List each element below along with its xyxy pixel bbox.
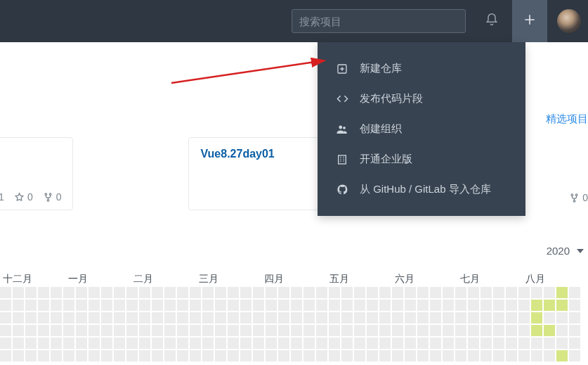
contribution-cell[interactable] <box>417 300 429 311</box>
contribution-cell[interactable] <box>25 350 37 361</box>
contribution-cell[interactable] <box>253 300 264 311</box>
contribution-cell[interactable] <box>518 350 530 361</box>
contribution-cell[interactable] <box>240 325 251 336</box>
contribution-cell[interactable] <box>379 350 391 361</box>
contribution-cell[interactable] <box>493 350 504 361</box>
contribution-cell[interactable] <box>89 287 100 298</box>
contribution-cell[interactable] <box>481 350 492 361</box>
dropdown-import-github[interactable]: 从 GitHub / GitLab 导入仓库 <box>318 174 525 205</box>
contribution-cell[interactable] <box>228 338 239 349</box>
contribution-cell[interactable] <box>63 325 74 336</box>
contribution-cell[interactable] <box>177 300 188 311</box>
contribution-cell[interactable] <box>190 350 201 361</box>
contribution-cell[interactable] <box>430 338 441 349</box>
contribution-cell[interactable] <box>506 300 517 311</box>
contribution-cell[interactable] <box>139 300 150 311</box>
contribution-cell[interactable] <box>190 325 201 336</box>
contribution-cell[interactable] <box>278 287 289 298</box>
contribution-cell[interactable] <box>89 312 100 324</box>
contribution-cell[interactable] <box>228 287 239 298</box>
contribution-cell[interactable] <box>316 312 327 324</box>
contribution-cell[interactable] <box>139 312 150 324</box>
contribution-cell[interactable] <box>266 312 277 324</box>
contribution-cell[interactable] <box>379 300 391 311</box>
contribution-cell[interactable] <box>481 287 492 298</box>
contribution-cell[interactable] <box>278 350 289 361</box>
contribution-cell[interactable] <box>443 338 454 349</box>
contribution-cell[interactable] <box>556 300 568 311</box>
contribution-cell[interactable] <box>202 300 214 311</box>
contribution-cell[interactable] <box>481 312 492 324</box>
contribution-cell[interactable] <box>430 287 441 298</box>
contribution-cell[interactable] <box>493 300 504 311</box>
contribution-cell[interactable] <box>253 312 264 324</box>
contribution-cell[interactable] <box>341 338 353 349</box>
contribution-cell[interactable] <box>316 287 327 298</box>
contribution-cell[interactable] <box>63 350 74 361</box>
contribution-cell[interactable] <box>177 325 188 336</box>
contribution-cell[interactable] <box>367 312 378 324</box>
contribution-cell[interactable] <box>493 325 504 336</box>
contribution-cell[interactable] <box>291 350 302 361</box>
contribution-cell[interactable] <box>164 338 176 349</box>
contribution-cell[interactable] <box>531 350 542 361</box>
contribution-cell[interactable] <box>544 287 555 298</box>
contribution-cell[interactable] <box>506 350 517 361</box>
contribution-cell[interactable] <box>481 338 492 349</box>
contribution-cell[interactable] <box>531 287 542 298</box>
contribution-cell[interactable] <box>278 338 289 349</box>
contribution-cell[interactable] <box>164 312 176 324</box>
contribution-cell[interactable] <box>76 338 87 349</box>
contribution-cell[interactable] <box>13 287 24 298</box>
contribution-cell[interactable] <box>152 312 163 324</box>
contribution-cell[interactable] <box>228 325 239 336</box>
contribution-cell[interactable] <box>51 350 62 361</box>
contribution-cell[interactable] <box>329 325 340 336</box>
contribution-cell[interactable] <box>89 350 100 361</box>
contribution-cell[interactable] <box>278 300 289 311</box>
search-input[interactable] <box>299 15 458 27</box>
contribution-cell[interactable] <box>341 325 353 336</box>
contribution-cell[interactable] <box>392 350 403 361</box>
contribution-cell[interactable] <box>291 325 302 336</box>
contribution-cell[interactable] <box>303 325 315 336</box>
contribution-cell[interactable] <box>126 338 138 349</box>
contribution-cell[interactable] <box>367 287 378 298</box>
contribution-cell[interactable] <box>228 350 239 361</box>
contribution-cell[interactable] <box>518 300 530 311</box>
contribution-cell[interactable] <box>569 312 580 324</box>
contribution-cell[interactable] <box>215 300 226 311</box>
contribution-cell[interactable] <box>25 325 37 336</box>
contribution-cell[interactable] <box>228 300 239 311</box>
contribution-cell[interactable] <box>38 312 49 324</box>
contribution-cell[interactable] <box>164 325 176 336</box>
contribution-cell[interactable] <box>152 287 163 298</box>
contribution-cell[interactable] <box>38 325 49 336</box>
year-selector[interactable]: 2020 <box>547 245 584 257</box>
contribution-cell[interactable] <box>215 287 226 298</box>
contribution-cell[interactable] <box>392 338 403 349</box>
contribution-cell[interactable] <box>506 312 517 324</box>
contribution-cell[interactable] <box>38 300 49 311</box>
contribution-cell[interactable] <box>63 300 74 311</box>
contribution-cell[interactable] <box>114 325 125 336</box>
contribution-cell[interactable] <box>139 350 150 361</box>
contribution-cell[interactable] <box>493 287 504 298</box>
contribution-cell[interactable] <box>556 325 568 336</box>
contribution-cell[interactable] <box>569 287 580 298</box>
contribution-cell[interactable] <box>25 312 37 324</box>
contribution-cell[interactable] <box>518 325 530 336</box>
contribution-cell[interactable] <box>379 312 391 324</box>
contribution-cell[interactable] <box>329 350 340 361</box>
contribution-cell[interactable] <box>76 325 87 336</box>
contribution-cell[interactable] <box>392 325 403 336</box>
contribution-cell[interactable] <box>240 350 251 361</box>
contribution-cell[interactable] <box>177 338 188 349</box>
contribution-cell[interactable] <box>76 312 87 324</box>
contribution-cell[interactable] <box>556 312 568 324</box>
contribution-cell[interactable] <box>51 325 62 336</box>
contribution-cell[interactable] <box>468 350 479 361</box>
contribution-cell[interactable] <box>0 287 11 298</box>
contribution-cell[interactable] <box>443 312 454 324</box>
contribution-cell[interactable] <box>51 287 62 298</box>
